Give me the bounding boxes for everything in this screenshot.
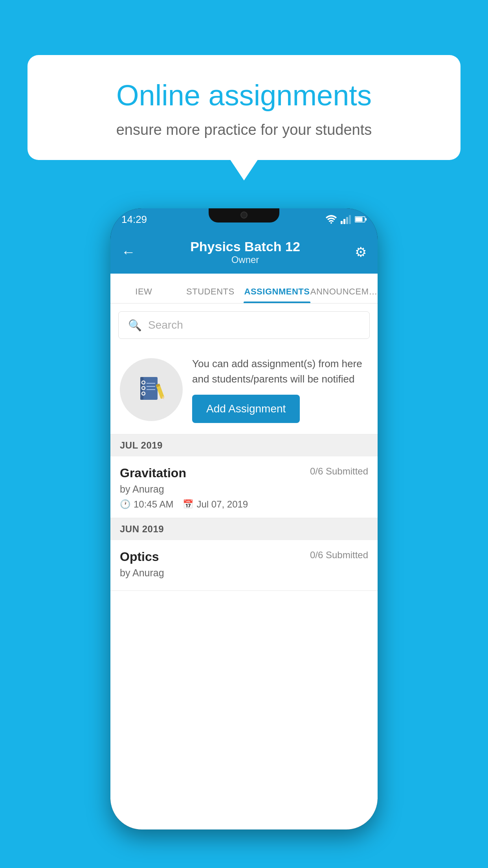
assignment-icon-circle [120, 358, 183, 421]
search-bar[interactable]: 🔍 Search [118, 311, 370, 339]
tab-students[interactable]: STUDENTS [177, 287, 244, 303]
settings-icon[interactable]: ⚙ [355, 244, 367, 260]
info-card: You can add assignment(s) from here and … [110, 345, 378, 434]
assignment-author-optics: by Anurag [120, 567, 368, 579]
speech-bubble: Online assignments ensure more practice … [28, 55, 460, 160]
add-assignment-button[interactable]: Add Assignment [192, 395, 300, 423]
svg-rect-3 [365, 218, 367, 221]
tab-announcements[interactable]: ANNOUNCEM… [310, 287, 378, 303]
assignment-submitted-optics: 0/6 Submitted [310, 550, 368, 561]
phone-screen: 🔍 Search [110, 303, 378, 829]
wifi-icon [326, 215, 337, 224]
assignment-top-row-optics: Optics 0/6 Submitted [120, 550, 368, 564]
speech-bubble-container: Online assignments ensure more practice … [28, 55, 460, 160]
assignment-author-gravitation: by Anurag [120, 484, 368, 495]
app-bar: ← Physics Batch 12 Owner ⚙ [110, 230, 378, 274]
search-placeholder: Search [148, 319, 183, 331]
assignment-title-optics: Optics [120, 550, 159, 564]
assignment-date-value: Jul 07, 2019 [196, 499, 248, 510]
tab-assignments[interactable]: ASSIGNMENTS [244, 287, 310, 303]
app-bar-center: Physics Batch 12 Owner [190, 239, 300, 265]
calendar-icon: 📅 [183, 499, 193, 509]
assignment-meta-gravitation: 🕐 10:45 AM 📅 Jul 07, 2019 [120, 499, 368, 510]
phone-notch [209, 208, 279, 223]
assignment-submitted-gravitation: 0/6 Submitted [310, 466, 368, 477]
clock-icon: 🕐 [120, 499, 130, 509]
back-button[interactable]: ← [121, 244, 136, 260]
assignment-time-gravitation: 🕐 10:45 AM [120, 499, 173, 510]
bubble-subtitle: ensure more practice for your students [55, 121, 433, 138]
section-header-jul: JUL 2019 [110, 434, 378, 456]
svg-point-0 [330, 222, 332, 224]
app-bar-title: Physics Batch 12 [190, 239, 300, 254]
status-icons [326, 215, 367, 224]
section-header-jun: JUN 2019 [110, 518, 378, 540]
signal-icon [341, 215, 351, 224]
info-description: You can add assignment(s) from here and … [192, 356, 368, 387]
phone-frame: 14:29 ← [110, 208, 378, 829]
svg-rect-2 [356, 217, 363, 222]
bubble-title: Online assignments [55, 79, 433, 112]
app-bar-subtitle: Owner [190, 254, 300, 265]
assignment-optics[interactable]: Optics 0/6 Submitted by Anurag [110, 540, 378, 591]
battery-icon [355, 216, 367, 223]
notebook-icon [136, 374, 167, 405]
tab-iew[interactable]: IEW [110, 287, 177, 303]
assignment-gravitation[interactable]: Gravitation 0/6 Submitted by Anurag 🕐 10… [110, 456, 378, 518]
tabs-bar: IEW STUDENTS ASSIGNMENTS ANNOUNCEM… [110, 274, 378, 303]
assignment-time-value: 10:45 AM [134, 499, 173, 510]
status-time: 14:29 [121, 213, 147, 226]
assignment-top-row: Gravitation 0/6 Submitted [120, 466, 368, 480]
assignment-title-gravitation: Gravitation [120, 466, 186, 480]
assignment-date-gravitation: 📅 Jul 07, 2019 [183, 499, 248, 510]
info-text-section: You can add assignment(s) from here and … [192, 356, 368, 423]
front-camera [240, 211, 248, 219]
search-icon: 🔍 [128, 319, 142, 332]
